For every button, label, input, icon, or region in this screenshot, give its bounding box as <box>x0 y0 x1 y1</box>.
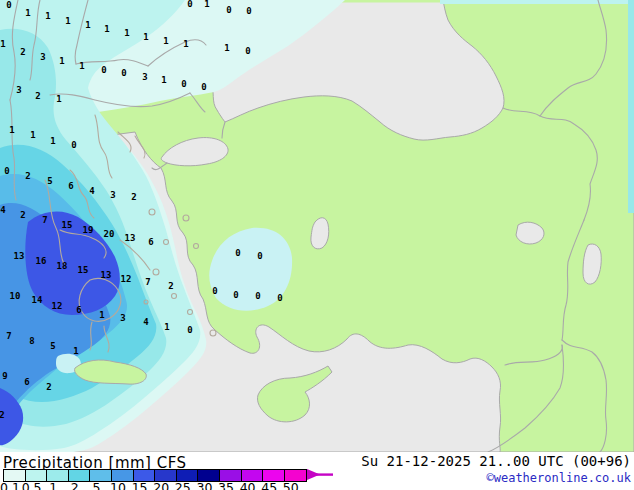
precip-value: 5 <box>47 176 52 186</box>
precip-value: 14 <box>32 295 43 305</box>
precip-value: 19 <box>83 225 94 235</box>
scale-arrow-icon <box>307 469 335 480</box>
precip-value: 6 <box>148 237 153 247</box>
precip-value: 13 <box>125 233 136 243</box>
precip-value: 1 <box>9 125 14 135</box>
precip-value: 1 <box>163 36 168 46</box>
scale-tick-label: 50 <box>283 480 299 490</box>
precip-value: 0 <box>235 248 240 258</box>
precip-value: 7 <box>6 331 11 341</box>
copyright-text: ©weatheronline.co.uk <box>487 471 632 485</box>
precip-value: 0 <box>4 166 9 176</box>
precip-value: 0 <box>257 251 262 261</box>
precip-value: 6 <box>24 377 29 387</box>
precip-value: 12 <box>121 274 132 284</box>
precip-value: 1 <box>99 310 104 320</box>
precip-value: 3 <box>16 85 21 95</box>
precip-value: 0 <box>226 5 231 15</box>
precip-value: 16 <box>36 256 47 266</box>
precip-value: 0 <box>201 82 206 92</box>
precipitation-map: 0011111111110012311003100103211110025643… <box>0 0 634 452</box>
scale-tick-label: 10 <box>110 480 126 490</box>
precip-value: 1 <box>85 20 90 30</box>
precip-value: 0 <box>277 293 282 303</box>
scale-tick-label: 25 <box>175 480 191 490</box>
scale-tick-label: 40 <box>240 480 256 490</box>
precip-value: 4 <box>89 186 95 196</box>
precip-value: 6 <box>68 181 73 191</box>
precip-value: 20 <box>104 229 115 239</box>
precip-value: 1 <box>30 130 35 140</box>
precip-value: 2 <box>46 382 51 392</box>
precip-value: 0 <box>245 46 250 56</box>
scale-tick-label: 0.1 <box>0 480 20 490</box>
precip-value: 0 <box>71 140 76 150</box>
precip-value: 1 <box>25 8 30 18</box>
precip-value: 0 <box>187 0 192 9</box>
precip-value: 1 <box>79 61 84 71</box>
precip-value: 0 <box>121 68 126 78</box>
precip-value: 1 <box>0 39 5 49</box>
precip-value: 1 <box>73 346 78 356</box>
precip-value: 1 <box>164 322 169 332</box>
scale-tick-label: 45 <box>261 480 277 490</box>
precip-value: 2 <box>0 410 5 420</box>
precip-top-strip <box>440 0 634 4</box>
precip-value: 7 <box>145 277 150 287</box>
precip-value: 1 <box>45 11 50 21</box>
legend-bar: Precipitation [mm] CFS 0.10.512510152025… <box>0 452 634 490</box>
scale-tick-label: 1 <box>49 480 57 490</box>
scale-tick-labels: 0.10.5125101520253035404550 <box>3 480 333 490</box>
precip-value: 0 <box>181 79 186 89</box>
precip-value: 5 <box>50 341 55 351</box>
precip-value: 8 <box>29 336 34 346</box>
precip-value: 4 <box>0 205 6 215</box>
precip-value: 3 <box>40 52 45 62</box>
precip-value: 3 <box>110 190 115 200</box>
precip-value: 1 <box>59 56 64 66</box>
precip-value: 2 <box>20 47 25 57</box>
precip-value: 9 <box>2 371 7 381</box>
precip-value: 1 <box>161 75 166 85</box>
precip-value: 1 <box>124 28 129 38</box>
precip-value: 0 <box>233 290 238 300</box>
forecast-datetime: Su 21-12-2025 21..00 UTC (00+96) <box>361 453 631 469</box>
precip-value: 1 <box>204 0 209 9</box>
precip-value: 12 <box>52 301 63 311</box>
precip-value: 6 <box>76 305 81 315</box>
scale-tick-label: 30 <box>196 480 212 490</box>
precip-value: 13 <box>101 270 112 280</box>
precip-value: 1 <box>224 43 229 53</box>
precip-value: 15 <box>78 265 89 275</box>
scale-tick-label: 0.5 <box>22 480 42 490</box>
precip-value: 18 <box>57 261 68 271</box>
precip-value: 0 <box>6 0 11 10</box>
precip-value: 7 <box>42 215 47 225</box>
precip-value: 15 <box>62 220 73 230</box>
precip-value: 0 <box>255 291 260 301</box>
precip-value: 2 <box>131 192 136 202</box>
precip-value: 1 <box>143 32 148 42</box>
precip-value: 1 <box>104 24 109 34</box>
precip-right-strip <box>628 0 634 213</box>
precip-value: 2 <box>25 171 30 181</box>
scale-tick-label: 15 <box>132 480 148 490</box>
precip-value: 13 <box>14 251 25 261</box>
map-canvas: 0011111111110012311003100103211110025643… <box>0 0 634 452</box>
precip-value: 2 <box>35 91 40 101</box>
precip-value: 1 <box>50 136 55 146</box>
scale-tick-label: 2 <box>71 480 79 490</box>
precip-value: 0 <box>187 325 192 335</box>
precip-value: 10 <box>10 291 21 301</box>
precip-value: 1 <box>65 16 70 26</box>
precip-value: 0 <box>246 6 251 16</box>
precip-value: 0 <box>101 65 106 75</box>
precip-value: 0 <box>212 286 217 296</box>
scale-tick-label: 20 <box>153 480 169 490</box>
precip-value: 2 <box>20 210 25 220</box>
precip-value: 3 <box>120 313 125 323</box>
precip-value: 1 <box>183 39 188 49</box>
precip-value: 1 <box>56 94 61 104</box>
scale-tick-label: 35 <box>218 480 234 490</box>
precip-value: 2 <box>168 281 173 291</box>
